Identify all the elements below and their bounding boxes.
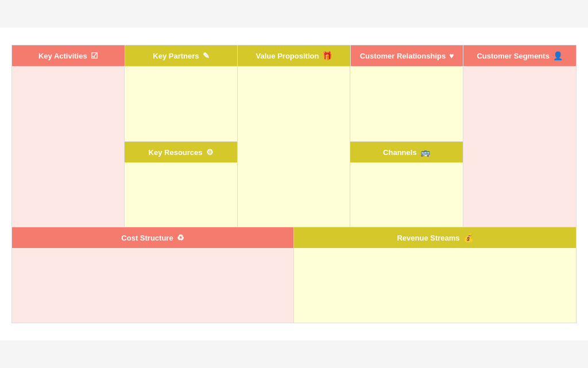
revenue-streams-header[interactable]: Revenue Streams 💰 bbox=[294, 227, 576, 248]
key-activities-icon: ☑ bbox=[91, 51, 98, 60]
channels-body[interactable] bbox=[350, 162, 462, 227]
customer-segments-icon: 👤 bbox=[553, 51, 563, 60]
cost-structure-header[interactable]: Cost Structure ♻ bbox=[12, 227, 293, 248]
value-proposition-label: Value Proposition bbox=[256, 52, 319, 60]
key-activities-body[interactable] bbox=[12, 67, 125, 227]
key-partners-header[interactable]: Key Partners ✎ bbox=[125, 45, 238, 66]
header-row: Key Activities ☑ Key Partners ✎ Value Pr… bbox=[12, 45, 576, 67]
cost-structure-label: Cost Structure bbox=[121, 234, 173, 242]
canvas-wrapper: Key Activities ☑ Key Partners ✎ Value Pr… bbox=[0, 28, 588, 340]
cost-structure-body[interactable] bbox=[12, 248, 293, 323]
customer-segments-body[interactable] bbox=[463, 67, 576, 227]
revenue-streams-col: Revenue Streams 💰 bbox=[294, 227, 576, 323]
value-proposition-header[interactable]: Value Proposition 🎁 bbox=[238, 45, 351, 66]
customer-relationships-header[interactable]: Customer Relationships ♥ bbox=[351, 45, 464, 66]
customer-relationships-label: Customer Relationships bbox=[360, 52, 446, 60]
revenue-streams-body[interactable] bbox=[294, 248, 576, 323]
bottom-row: Cost Structure ♻ Revenue Streams 💰 bbox=[12, 227, 576, 323]
key-activities-header[interactable]: Key Activities ☑ bbox=[12, 45, 125, 66]
customer-segments-label: Customer Segments bbox=[477, 52, 549, 60]
channels-icon: 🚌 bbox=[420, 148, 430, 157]
cost-structure-col: Cost Structure ♻ bbox=[12, 227, 294, 323]
customer-segments-header[interactable]: Customer Segments 👤 bbox=[463, 45, 576, 66]
key-resources-body[interactable] bbox=[125, 162, 237, 227]
key-partners-icon: ✎ bbox=[203, 51, 210, 60]
customer-relationships-body[interactable] bbox=[350, 67, 462, 141]
channels-header[interactable]: Channels 🚌 bbox=[350, 141, 462, 162]
bmc-grid: Key Activities ☑ Key Partners ✎ Value Pr… bbox=[11, 45, 577, 323]
value-proposition-icon: 🎁 bbox=[322, 51, 332, 60]
key-resources-icon: ⚙ bbox=[206, 148, 214, 157]
main-content-row: Key Resources ⚙ Channels 🚌 bbox=[12, 67, 576, 227]
key-resources-label: Key Resources bbox=[149, 148, 203, 157]
channels-label: Channels bbox=[383, 148, 417, 157]
revenue-streams-label: Revenue Streams bbox=[397, 234, 459, 242]
key-partners-key-resources-col: Key Resources ⚙ bbox=[125, 67, 237, 227]
revenue-streams-icon: 💰 bbox=[463, 233, 473, 242]
cost-structure-icon: ♻ bbox=[177, 233, 184, 242]
key-activities-label: Key Activities bbox=[38, 52, 87, 60]
key-resources-header[interactable]: Key Resources ⚙ bbox=[125, 141, 237, 162]
customer-relationships-channels-col: Channels 🚌 bbox=[350, 67, 463, 227]
customer-relationships-icon: ♥ bbox=[449, 51, 454, 60]
value-proposition-body[interactable] bbox=[238, 67, 350, 227]
key-partners-label: Key Partners bbox=[153, 52, 199, 60]
key-partners-body[interactable] bbox=[125, 67, 237, 141]
